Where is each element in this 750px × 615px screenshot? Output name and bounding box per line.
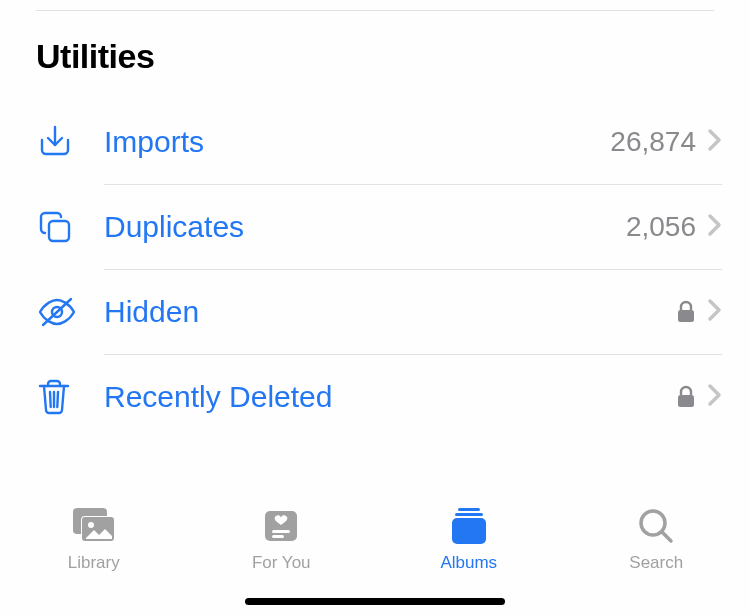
svg-rect-14 [272, 535, 284, 538]
utilities-list: Imports 26,874 Duplicates 2,056 [0, 100, 750, 439]
row-label: Duplicates [80, 210, 626, 244]
row-label: Hidden [80, 295, 676, 329]
row-label: Imports [80, 125, 610, 159]
tab-search[interactable]: Search [576, 505, 736, 573]
svg-rect-3 [678, 310, 694, 322]
chevron-right-icon [706, 127, 722, 157]
lock-icon [676, 385, 696, 409]
row-trailing [676, 382, 750, 412]
row-count: 26,874 [610, 126, 696, 158]
svg-rect-7 [678, 395, 694, 407]
svg-rect-16 [455, 513, 483, 516]
duplicates-icon [36, 208, 80, 246]
row-imports[interactable]: Imports 26,874 [36, 100, 750, 184]
row-duplicates[interactable]: Duplicates 2,056 [36, 185, 750, 269]
row-hidden[interactable]: Hidden [36, 270, 750, 354]
row-label: Recently Deleted [80, 380, 676, 414]
row-recently-deleted[interactable]: Recently Deleted [36, 355, 750, 439]
svg-line-4 [50, 392, 51, 407]
library-icon [69, 505, 119, 547]
lock-icon [676, 300, 696, 324]
home-indicator[interactable] [245, 598, 505, 605]
chevron-right-icon [706, 382, 722, 412]
tab-label: For You [252, 553, 311, 573]
row-count: 2,056 [626, 211, 696, 243]
albums-icon [447, 505, 491, 547]
svg-rect-13 [272, 530, 290, 533]
trash-icon [36, 377, 80, 417]
row-trailing [676, 297, 750, 327]
tab-label: Albums [440, 553, 497, 573]
section-header-utilities: Utilities [0, 11, 750, 100]
hidden-icon [36, 293, 80, 331]
svg-point-11 [88, 522, 94, 528]
tab-library[interactable]: Library [14, 505, 174, 573]
svg-rect-15 [458, 508, 480, 511]
tab-label: Library [68, 553, 120, 573]
tab-for-you[interactable]: For You [201, 505, 361, 573]
tab-label: Search [629, 553, 683, 573]
svg-rect-0 [49, 221, 69, 241]
tab-albums[interactable]: Albums [389, 505, 549, 573]
row-trailing: 2,056 [626, 211, 750, 243]
svg-line-19 [662, 532, 671, 541]
svg-line-6 [57, 392, 58, 407]
chevron-right-icon [706, 297, 722, 327]
for-you-icon [261, 505, 301, 547]
import-icon [36, 123, 80, 161]
svg-rect-17 [452, 518, 486, 544]
tab-bar: Library For You Albums [0, 487, 750, 615]
chevron-right-icon [706, 212, 722, 242]
row-trailing: 26,874 [610, 126, 750, 158]
search-icon [636, 505, 676, 547]
